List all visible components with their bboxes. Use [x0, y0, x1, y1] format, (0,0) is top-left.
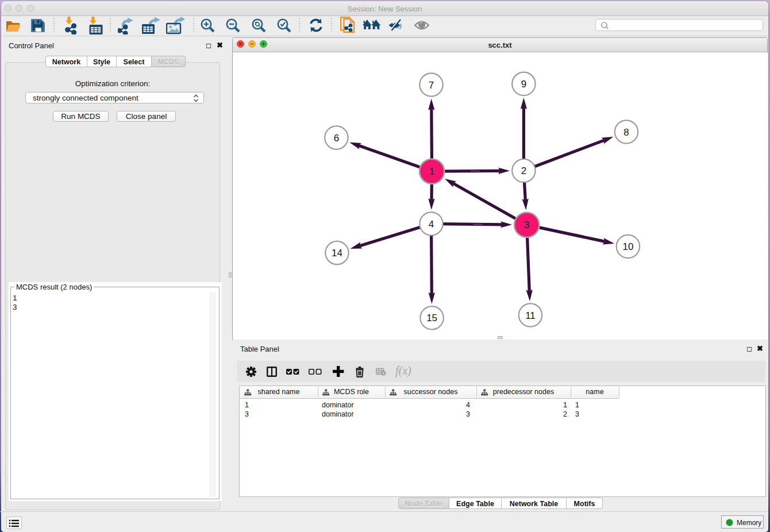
svg-text:3: 3 — [524, 219, 529, 230]
svg-text:14: 14 — [332, 248, 342, 259]
svg-text:8: 8 — [623, 127, 629, 138]
svg-text:6: 6 — [334, 133, 339, 144]
svg-text:2: 2 — [521, 165, 526, 176]
svg-text:15: 15 — [426, 313, 437, 323]
svg-text:4: 4 — [429, 219, 434, 230]
svg-text:11: 11 — [525, 310, 536, 321]
svg-text:7: 7 — [429, 80, 434, 91]
svg-text:1: 1 — [429, 166, 434, 177]
svg-text:10: 10 — [622, 241, 633, 252]
svg-text:9: 9 — [521, 79, 526, 90]
